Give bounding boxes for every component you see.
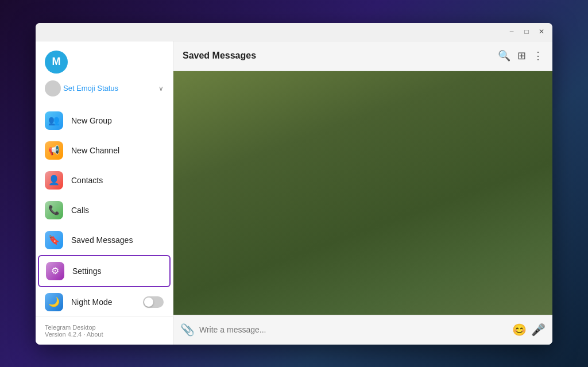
night-mode-toggle[interactable] bbox=[143, 296, 164, 308]
chevron-down-icon: ∨ bbox=[158, 84, 164, 92]
sidebar-footer: Telegram Desktop Version 4.2.4 · About bbox=[36, 316, 173, 345]
titlebar: – □ ✕ bbox=[36, 23, 552, 41]
chat-header: Saved Messages 🔍 ⊞ ⋮ bbox=[173, 41, 552, 71]
sidebar-item-new-channel[interactable]: 📢New Channel bbox=[36, 136, 173, 165]
chat-input-area: 📎 😊 🎤 bbox=[173, 315, 552, 345]
minimize-button[interactable]: – bbox=[505, 25, 518, 38]
saved-messages-label: Saved Messages bbox=[71, 235, 164, 245]
new-channel-label: New Channel bbox=[71, 146, 164, 155]
sidebar-item-new-group[interactable]: 👥New Group bbox=[36, 106, 173, 136]
new-group-icon: 👥 bbox=[45, 111, 63, 130]
contacts-icon: 👤 bbox=[45, 171, 63, 190]
sidebar: M Set Emoji Status ∨ 👥New Group📢New Chan… bbox=[36, 41, 173, 345]
saved-messages-icon: 🔖 bbox=[45, 231, 63, 249]
settings-label: Settings bbox=[72, 266, 163, 276]
calls-label: Calls bbox=[71, 206, 164, 215]
sidebar-item-calls[interactable]: 📞Calls bbox=[36, 195, 173, 225]
night-mode-icon: 🌙 bbox=[45, 293, 63, 311]
menu-items: 👥New Group📢New Channel👤Contacts📞Calls🔖Sa… bbox=[36, 106, 173, 316]
chat-body bbox=[173, 71, 552, 315]
app-window: – □ ✕ M Set Emoji Status ∨ 👥New Group📢Ne… bbox=[36, 23, 552, 345]
sidebar-item-settings[interactable]: ⚙Settings bbox=[38, 255, 171, 287]
emoji-status-label: Set Emoji Status bbox=[63, 84, 156, 92]
new-group-label: New Group bbox=[71, 116, 164, 125]
mic-icon[interactable]: 🎤 bbox=[531, 323, 546, 337]
new-channel-icon: 📢 bbox=[45, 141, 63, 160]
contacts-label: Contacts bbox=[71, 176, 164, 185]
search-icon[interactable]: 🔍 bbox=[498, 49, 510, 62]
emoji-circle bbox=[45, 80, 61, 96]
sidebar-item-saved-messages[interactable]: 🔖Saved Messages bbox=[36, 225, 173, 255]
attach-icon[interactable]: 📎 bbox=[180, 323, 195, 337]
sidebar-item-contacts[interactable]: 👤Contacts bbox=[36, 165, 173, 195]
close-button[interactable]: ✕ bbox=[535, 25, 548, 38]
columns-icon[interactable]: ⊞ bbox=[517, 49, 526, 62]
avatar: M bbox=[45, 51, 68, 74]
profile-section[interactable]: M bbox=[36, 51, 173, 78]
sidebar-item-night-mode[interactable]: 🌙Night Mode bbox=[36, 287, 173, 316]
more-icon[interactable]: ⋮ bbox=[533, 49, 543, 62]
night-mode-label: Night Mode bbox=[71, 298, 135, 307]
emoji-status-row[interactable]: Set Emoji Status ∨ bbox=[36, 78, 173, 106]
maximize-button[interactable]: □ bbox=[520, 25, 533, 38]
chat-area: Saved Messages 🔍 ⊞ ⋮ 📎 😊 🎤 bbox=[173, 41, 552, 345]
app-name: Telegram Desktop bbox=[45, 324, 164, 331]
chat-title: Saved Messages bbox=[183, 51, 498, 61]
main-area: M Set Emoji Status ∨ 👥New Group📢New Chan… bbox=[36, 41, 552, 345]
app-version: Version 4.2.4 · About bbox=[45, 331, 164, 338]
emoji-icon[interactable]: 😊 bbox=[512, 323, 527, 337]
calls-icon: 📞 bbox=[45, 201, 63, 219]
header-icons: 🔍 ⊞ ⋮ bbox=[498, 49, 543, 62]
settings-icon: ⚙ bbox=[46, 262, 64, 280]
message-input[interactable] bbox=[199, 325, 508, 334]
